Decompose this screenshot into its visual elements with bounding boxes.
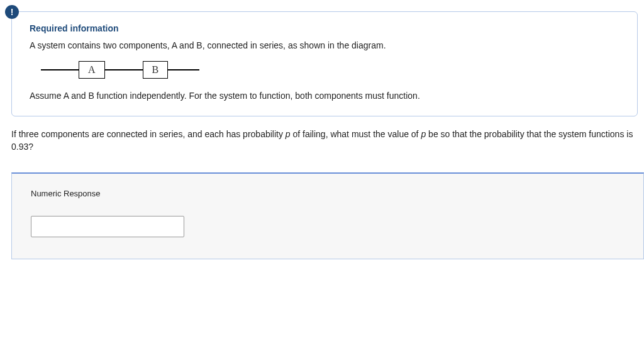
question-text: If three components are connected in ser…: [11, 128, 638, 154]
question-mid: of failing, what must the value of: [291, 129, 421, 139]
series-diagram: A B: [41, 61, 619, 79]
info-title: Required information: [30, 23, 619, 33]
required-information-box: Required information A system contains t…: [11, 11, 638, 116]
wire-segment: [168, 69, 199, 70]
wire-segment: [105, 69, 143, 70]
numeric-response-input[interactable]: [31, 216, 184, 237]
variable-p: p: [286, 129, 291, 139]
numeric-response-label: Numeric Response: [31, 189, 625, 198]
component-a-box: A: [79, 61, 105, 79]
numeric-response-box: Numeric Response: [11, 172, 644, 259]
info-description-1: A system contains two components, A and …: [30, 40, 619, 52]
question-prefix: If three components are connected in ser…: [11, 129, 286, 139]
info-badge-icon: !: [5, 5, 19, 19]
wire-segment: [41, 69, 79, 70]
component-b-box: B: [143, 61, 169, 79]
info-description-2: Assume A and B function independently. F…: [30, 90, 619, 103]
